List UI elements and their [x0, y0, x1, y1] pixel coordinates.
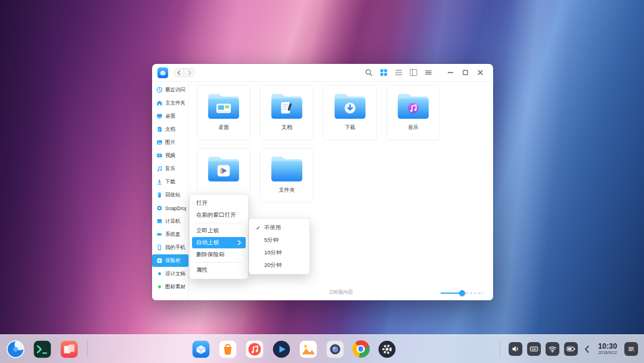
submenu-item-never[interactable]: ✓ 不使用 [252, 222, 307, 233]
folder-card-plain[interactable]: 文件夹 [260, 148, 314, 203]
chevron-left-icon [177, 70, 181, 75]
sidebar-item-videos[interactable]: 视频 [152, 149, 188, 162]
control-center-icon[interactable] [377, 340, 397, 359]
status-bar: 238项内容 [189, 289, 493, 297]
folder-icon [332, 91, 369, 121]
sidebar-item-label: 音乐 [165, 165, 175, 173]
menu-item-lock-now[interactable]: 立即上锁 [192, 225, 246, 236]
chevron-right-icon [187, 70, 192, 75]
maximize-button[interactable] [458, 66, 473, 79]
notification-center-icon[interactable] [624, 342, 638, 356]
minimize-icon [447, 69, 454, 76]
list-view-button[interactable] [394, 67, 404, 78]
sidebar-item-pictures[interactable]: 图片 [152, 136, 188, 149]
menu-item-delete-vault[interactable]: 删除保险箱 [192, 249, 246, 260]
music-player-icon[interactable] [245, 340, 264, 359]
submenu-item-5min[interactable]: 5分钟 [252, 234, 307, 246]
sidebar-item-design-tag[interactable]: 设计文稿 [152, 267, 188, 280]
folder-label: 文件夹 [279, 186, 295, 194]
folder-label: 桌面 [218, 124, 229, 131]
tray-collapse-button[interactable] [583, 342, 591, 356]
movie-player-icon[interactable] [272, 340, 291, 359]
menu-item-auto-lock[interactable]: 自动上锁 [192, 237, 246, 248]
folder-icon [395, 91, 432, 121]
home-icon [156, 100, 163, 106]
sidebar-item-label: 主文件夹 [165, 100, 185, 107]
sidebar-item-snapdrop[interactable]: SnapDrop [152, 202, 188, 214]
menu-divider [195, 223, 243, 223]
keyboard-layout-icon[interactable] [527, 342, 541, 356]
submenu-item-20min[interactable]: 20分钟 [252, 259, 307, 271]
desktop-icon [156, 113, 163, 119]
menu-divider [195, 262, 243, 263]
dock-end-group [624, 342, 638, 356]
submenu-item-10min[interactable]: 10分钟 [252, 247, 307, 259]
folder-card-downloads[interactable]: 下载 [323, 85, 377, 140]
grid-view-button[interactable] [379, 67, 389, 78]
file-manager-app-icon [157, 67, 168, 78]
menu-item-open[interactable]: 打开 [192, 198, 246, 209]
slider-handle[interactable] [459, 290, 465, 296]
folder-icon [205, 154, 242, 184]
sidebar-item-computer[interactable]: 计算机 [152, 215, 188, 227]
icon-size-slider[interactable] [441, 290, 484, 297]
sidebar-item-recent[interactable]: 最近访问 [152, 84, 188, 96]
titlebar[interactable] [152, 64, 493, 82]
sidebar-item-label: 图标素材 [165, 284, 185, 291]
close-button[interactable] [473, 66, 488, 79]
chrome-icon[interactable] [352, 340, 370, 358]
menu-item-label: 10分钟 [264, 249, 282, 257]
menu-item-properties[interactable]: 属性 [192, 264, 246, 276]
sidebar-item-my-phone[interactable]: 我的手机 [152, 241, 188, 254]
app-store-icon[interactable] [218, 340, 237, 359]
minimize-button[interactable] [443, 66, 458, 79]
list-view-icon [395, 69, 402, 76]
launcher-icon[interactable] [6, 340, 25, 359]
multitasking-icon[interactable] [60, 340, 79, 359]
submenu-arrow-icon [237, 240, 242, 245]
menu-item-open-in-new-window[interactable]: 在新的窗口打开 [192, 210, 246, 221]
search-button[interactable] [364, 67, 374, 78]
gallery-icon[interactable] [299, 340, 318, 359]
sidebar-item-home[interactable]: 主文件夹 [152, 97, 188, 109]
battery-icon[interactable] [564, 342, 578, 356]
sidebar-item-label: 设计文稿 [165, 270, 185, 278]
wifi-icon[interactable] [546, 342, 559, 356]
sidebar-item-vault[interactable]: 保险柜 [152, 254, 188, 267]
folder-label: 音乐 [408, 124, 419, 131]
sidebar-item-documents[interactable]: 文档 [152, 123, 188, 136]
camera-icon[interactable] [326, 340, 345, 359]
volume-icon[interactable] [509, 342, 522, 356]
sidebar-item-system-disk[interactable]: 系统盘 [152, 228, 188, 241]
menu-button[interactable] [423, 67, 434, 78]
folder-card-desktop[interactable]: 桌面 [197, 85, 250, 140]
columns-view-icon [410, 69, 417, 76]
file-manager-icon[interactable] [191, 340, 210, 359]
window-controls [443, 66, 488, 79]
sidebar-item-label: 最近访问 [165, 87, 185, 94]
folder-card-documents[interactable]: 文档 [260, 85, 314, 140]
dock-separator [500, 340, 500, 358]
snapdrop-icon [156, 205, 163, 211]
clock[interactable]: 10:30 2018/9/12 [598, 343, 617, 355]
back-button[interactable] [174, 68, 184, 77]
clock-date: 2018/9/12 [598, 350, 617, 355]
green-tag-icon [156, 284, 163, 290]
dock-apps-group [191, 340, 397, 359]
sidebar-item-icon-assets-tag[interactable]: 图标素材 [152, 281, 188, 293]
clock-time: 10:30 [598, 343, 617, 350]
folder-card-music[interactable]: 音乐 [386, 85, 440, 140]
sidebar-item-desktop[interactable]: 桌面 [152, 110, 188, 122]
sidebar-item-music[interactable]: 音乐 [152, 162, 188, 175]
image-icon [156, 139, 163, 146]
menu-item-label: 自动上锁 [196, 239, 219, 247]
menu-item-label: 删除保险箱 [196, 251, 225, 259]
sidebar-item-label: 回收站 [165, 192, 181, 199]
sidebar-item-downloads[interactable]: 下载 [152, 176, 188, 188]
forward-button[interactable] [184, 68, 195, 77]
terminal-icon[interactable] [33, 340, 52, 359]
sidebar-item-trash[interactable]: 回收站 [152, 189, 188, 201]
navigation-buttons [174, 68, 195, 77]
grid-view-icon [380, 69, 388, 76]
columns-view-button[interactable] [408, 67, 419, 78]
